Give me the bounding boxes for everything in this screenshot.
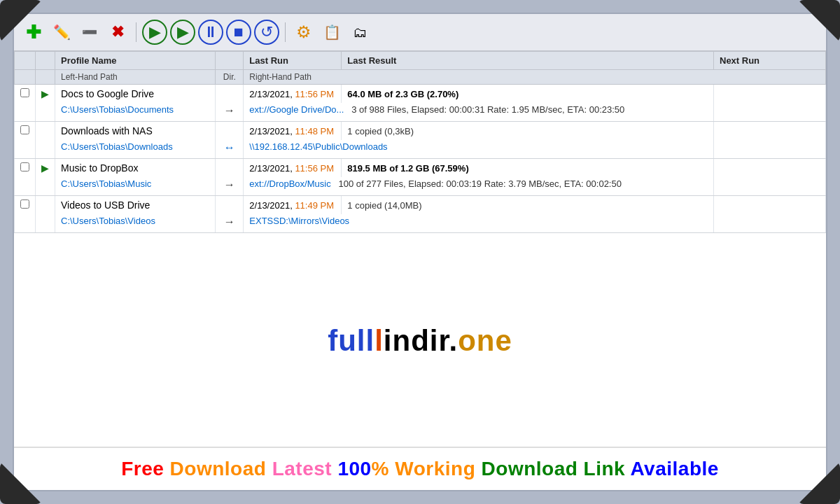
profiles-table: Profile Name Last Run Last Result Next R… bbox=[14, 51, 826, 233]
watermark-text: fulllindir.one bbox=[328, 324, 512, 358]
row-checkbox[interactable] bbox=[15, 85, 36, 104]
run-all-button[interactable]: ▶ bbox=[170, 20, 195, 45]
right-path-link[interactable]: \\192.168.12.45\Public\Downloads bbox=[249, 141, 387, 152]
minus-button[interactable]: ➖ bbox=[77, 20, 102, 45]
row-last-result-primary: 1 copied (0,3kB) bbox=[342, 122, 714, 141]
row2-checkbox bbox=[15, 177, 36, 196]
log-button[interactable]: 📋 bbox=[319, 20, 344, 45]
table-row[interactable]: Videos to USB Drive 2/13/2021, 11:49 PM … bbox=[15, 196, 826, 215]
row2-next-run bbox=[714, 140, 826, 159]
table-body: ▶ Docs to Google Drive 2/13/2021, 11:56 … bbox=[15, 85, 826, 233]
row2-play bbox=[36, 177, 55, 196]
row-last-result-primary: 1 copied (14,0MB) bbox=[342, 196, 714, 215]
right-path-link[interactable]: EXTSSD:\Mirrors\Videos bbox=[249, 216, 349, 226]
last-run-time: 11:48 PM bbox=[295, 126, 334, 136]
th-checkbox bbox=[15, 52, 36, 70]
wm-dot: . bbox=[449, 324, 458, 357]
dir-arrow-icon: → bbox=[224, 216, 235, 227]
table-row[interactable]: Downloads with NAS 2/13/2021, 11:48 PM 1… bbox=[15, 122, 826, 141]
row2-play bbox=[36, 103, 55, 122]
banner-available: Available bbox=[630, 458, 718, 479]
row2-dir-arrow: → bbox=[216, 103, 244, 122]
row-checkbox[interactable] bbox=[15, 196, 36, 215]
add-button[interactable]: ✚ bbox=[21, 20, 46, 45]
row-last-run-primary: 2/13/2021, 11:56 PM bbox=[244, 159, 342, 178]
last-run-date: 2/13/2021, bbox=[249, 126, 292, 136]
result-bold: 64.0 MB of 2.3 GB (2.70%) bbox=[347, 89, 458, 99]
row-last-run-primary: 2/13/2021, 11:56 PM bbox=[244, 85, 342, 104]
banner-link: Link bbox=[584, 458, 631, 479]
left-path-link[interactable]: C:\Users\Tobias\Videos bbox=[61, 216, 155, 226]
refresh-button[interactable]: ↺ bbox=[254, 20, 279, 45]
checkbox-input[interactable] bbox=[20, 125, 29, 134]
delete-button[interactable]: ✖ bbox=[105, 20, 130, 45]
left-path-link[interactable]: C:\Users\Tobias\Music bbox=[61, 178, 151, 189]
row2-play bbox=[36, 140, 55, 159]
table-row-secondary: C:\Users\Tobias\Videos → EXTSSD:\Mirrors… bbox=[15, 214, 826, 233]
stop-button[interactable]: ⏹ bbox=[226, 20, 251, 45]
wm-l: l bbox=[374, 324, 384, 357]
row2-left-path: C:\Users\Tobias\Documents bbox=[55, 103, 216, 122]
watermark-area: fulllindir.one bbox=[14, 235, 826, 447]
table-row[interactable]: ▶ Docs to Google Drive 2/13/2021, 11:56 … bbox=[15, 85, 826, 104]
result-detail: 1 copied (14,0MB) bbox=[347, 200, 421, 211]
th-dir bbox=[216, 52, 244, 70]
banner-100: 100 bbox=[337, 458, 371, 479]
edit-button[interactable]: ✏️ bbox=[49, 20, 74, 45]
row-profile-name: Downloads with NAS bbox=[55, 122, 216, 141]
dir-arrow-icon: ↔ bbox=[224, 141, 235, 153]
content-area: Profile Name Last Run Last Result Next R… bbox=[14, 51, 826, 447]
checkbox-input[interactable] bbox=[20, 88, 29, 97]
row-dir-arrow-primary bbox=[216, 122, 244, 141]
banner-download2: Download bbox=[482, 458, 584, 479]
row2-next-run bbox=[714, 103, 826, 122]
row-checkbox[interactable] bbox=[15, 159, 36, 178]
row2-right-path: ext://DropBox/Music 100 of 277 Files, El… bbox=[244, 177, 714, 196]
last-run-time: 11:49 PM bbox=[295, 200, 334, 211]
row-next-run bbox=[714, 196, 826, 215]
table-row[interactable]: ▶ Music to DropBox 2/13/2021, 11:56 PM 8… bbox=[15, 159, 826, 178]
row2-right-path: \\192.168.12.45\Public\Downloads bbox=[244, 140, 714, 159]
dir-arrow-icon: → bbox=[224, 178, 235, 190]
result-detail: 1 copied (0,3kB) bbox=[347, 126, 414, 136]
row2-right-path: ext://Google Drive/Do... 3 of 988 Files,… bbox=[244, 103, 714, 122]
checkbox-input[interactable] bbox=[20, 200, 29, 209]
row2-dir-arrow: → bbox=[216, 177, 244, 196]
row-next-run bbox=[714, 159, 826, 178]
settings-button[interactable]: ⚙ bbox=[291, 20, 316, 45]
th2-checkbox bbox=[15, 70, 36, 85]
th-last-result: Last Result bbox=[342, 52, 714, 70]
row2-right-path: EXTSSD:\Mirrors\Videos bbox=[244, 214, 714, 233]
th2-play bbox=[36, 70, 55, 85]
left-path-link[interactable]: C:\Users\Tobias\Documents bbox=[61, 104, 174, 115]
result-detail-secondary: 100 of 277 Files, Elapsed: 00:03:19 Rate… bbox=[338, 178, 621, 189]
checkbox-input[interactable] bbox=[20, 162, 29, 172]
row-play-cell bbox=[36, 196, 55, 215]
row-dir-arrow-primary bbox=[216, 159, 244, 178]
row-next-run bbox=[714, 85, 826, 104]
row-profile-name: Videos to USB Drive bbox=[55, 196, 216, 215]
row-play-cell bbox=[36, 122, 55, 141]
pause-button[interactable]: ⏸ bbox=[198, 20, 223, 45]
left-path-link[interactable]: C:\Users\Tobias\Downloads bbox=[61, 141, 173, 152]
row2-play bbox=[36, 214, 55, 233]
bottom-banner: Free Download Latest 100% Working Downlo… bbox=[14, 447, 826, 490]
th2-dir: Dir. bbox=[216, 70, 244, 85]
row-last-run-primary: 2/13/2021, 11:48 PM bbox=[244, 122, 342, 141]
banner-latest: Latest bbox=[272, 458, 338, 479]
play-indicator: ▶ bbox=[41, 162, 49, 174]
banner-working: Working bbox=[395, 458, 481, 479]
row2-checkbox bbox=[15, 103, 36, 122]
row2-dir-arrow: ↔ bbox=[216, 140, 244, 159]
table-container: Profile Name Last Run Last Result Next R… bbox=[14, 51, 826, 235]
right-path-link[interactable]: ext://Google Drive/Do... bbox=[249, 104, 344, 115]
run-button[interactable]: ▶ bbox=[142, 20, 167, 45]
row-checkbox[interactable] bbox=[15, 122, 36, 141]
right-path-link[interactable]: ext://DropBox/Music bbox=[249, 178, 330, 189]
result-detail-secondary: 3 of 988 Files, Elapsed: 00:00:31 Rate: … bbox=[351, 104, 624, 115]
row-play-cell: ▶ bbox=[36, 85, 55, 104]
row-play-cell: ▶ bbox=[36, 159, 55, 178]
last-run-date: 2/13/2021, bbox=[249, 89, 292, 99]
compare-button[interactable]: 🗂 bbox=[347, 20, 372, 45]
banner-percent: % bbox=[372, 458, 396, 479]
